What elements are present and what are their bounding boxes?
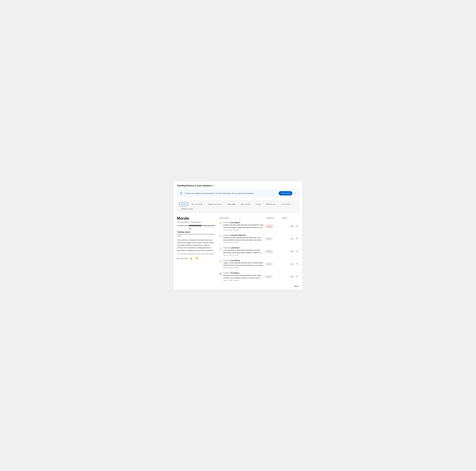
bar-positive (202, 225, 215, 226)
table-row: 🗨 Posted by Astrid Wong Lately, I've fel… (219, 258, 299, 271)
page-title: Trending themes in your audience (177, 184, 212, 187)
trending-label: Trending neutral (177, 231, 215, 233)
col-conversations-header: Conversations (219, 217, 267, 219)
tag-hacking-incident[interactable]: Hacking incident (179, 207, 195, 211)
thumbs-up-button[interactable]: 👍 (189, 257, 193, 260)
bar-negative (177, 225, 188, 226)
conv-body-4: Posted by Tim Deboer Noticing some tensi… (223, 272, 264, 281)
conv-trend-button-2[interactable] (294, 250, 299, 253)
conv-views-4: 352 (281, 276, 293, 278)
conv-sentiment-4: Neutral (265, 275, 280, 278)
next-button[interactable]: Next › (294, 285, 299, 287)
conv-date-2: June 14, 2023, 9:34 AM (223, 254, 264, 256)
table-headers: Conversations Sentiment Views ↓ (219, 216, 299, 220)
tag-data-security[interactable]: Data security (239, 202, 252, 206)
ai-disclaimer: The summary is generated by AI and may n… (177, 253, 215, 255)
thumbs-down-button[interactable]: 👎 (195, 257, 198, 260)
page-title-row: Trending themes in your audience i (177, 184, 299, 187)
conv-sentiment-1: Neutral (265, 237, 280, 240)
tag-wellness-day[interactable]: Wellness Day (264, 202, 278, 206)
ai-badge: AI-generated (177, 258, 187, 259)
tags-section: MoraleYear end resultsSupply chain issue… (177, 200, 299, 213)
conv-author-3: Posted by Astrid Wong (223, 260, 264, 261)
main-container: Trending themes in your audience i Theme… (173, 181, 303, 290)
sort-down-icon: ↓ (287, 217, 288, 219)
conv-views-3: 376 (281, 263, 293, 265)
conv-text-3: Lately, I've felt frustrated with the la… (223, 262, 264, 267)
conv-text-0: Feeling a bit down lately about the team… (223, 224, 264, 229)
conv-icon-2: 🗨 (219, 247, 222, 250)
table-row: 💬 Posted by Tim Deboer Noticing some ten… (219, 270, 299, 283)
chevron-right-icon: › (298, 285, 299, 287)
tag-ai-bugs[interactable]: AI Bugs (253, 202, 263, 206)
info-icon[interactable]: i (213, 185, 215, 187)
sentiment-badge-3: Neutral (265, 263, 273, 265)
conv-main-2: 🗨 Posted by Lydia Bauer Love seeing the … (219, 247, 264, 256)
main-content: Morale 15 conversations • 275 participan… (177, 216, 299, 287)
table-row: 🗨 Posted by Amy Nguyen Feeling a bit dow… (219, 220, 299, 233)
conv-sentiment-0: Negative (265, 225, 280, 228)
conv-main-3: 🗨 Posted by Astrid Wong Lately, I've fel… (219, 260, 264, 269)
banner-close-button[interactable]: × (294, 192, 297, 195)
conv-date-3: June 14, 2023, 9:34 AM (223, 267, 264, 269)
banner-text: Themes and sentiment are powered by AI. … (185, 192, 277, 194)
conv-main-1: 🗨 Posted by Lawrence Gilbertson Feeling … (219, 234, 264, 244)
theme-description: Your audience is sharing their feelings … (177, 239, 215, 252)
ai-footer: AI-generated 👍 👎 (177, 257, 215, 260)
tag-supply-chain[interactable]: Supply chain issues (206, 202, 224, 206)
conv-date-1: June 14, 2023, 9:34 AM (223, 242, 264, 244)
conv-icon-0: 🗨 (219, 222, 222, 225)
right-panel: Conversations Sentiment Views ↓ 🗨 Posted… (219, 216, 299, 287)
conv-date-4: June 14, 2023, 9:34 AM (223, 279, 264, 281)
sentiment-badge-2: Positive (265, 250, 273, 253)
conv-body-0: Posted by Amy Nguyen Feeling a bit down … (223, 222, 264, 231)
conv-views-2: 413 (281, 251, 293, 252)
col-views-header: Views ↓ (282, 217, 294, 219)
col-sentiment-header: Sentiment (267, 217, 282, 219)
conv-author-2: Posted by Lydia Bauer (223, 247, 264, 249)
trending-sublabel: Sentiment across conversations with this… (177, 233, 215, 237)
theme-title: Morale (177, 216, 215, 221)
conv-author-4: Posted by Tim Deboer (223, 272, 264, 274)
conv-body-2: Posted by Lydia Bauer Love seeing the po… (223, 247, 264, 256)
sentiment-badge-1: Neutral (265, 237, 273, 240)
ai-badge-label: AI-generated (179, 258, 187, 259)
conv-author-0: Posted by Amy Nguyen (223, 222, 264, 224)
conv-trend-button-0[interactable] (294, 225, 299, 227)
conv-main-0: 🗨 Posted by Amy Nguyen Feeling a bit dow… (219, 222, 264, 231)
conv-sentiment-3: Neutral (265, 263, 280, 265)
tag-year-end[interactable]: Year end results (189, 202, 205, 206)
conv-body-1: Posted by Lawrence Gilbertson Feeling a … (223, 234, 264, 244)
conv-sentiment-2: Positive (265, 250, 280, 253)
sentiment-badge-0: Negative (265, 225, 274, 228)
conv-trend-button-3[interactable] (294, 263, 299, 265)
conv-trend-button-1[interactable] (294, 238, 299, 240)
conv-views-0: 589 (281, 225, 293, 227)
sentiment-badge-4: Neutral (265, 275, 273, 278)
col-action-header (294, 217, 299, 219)
conversation-list: 🗨 Posted by Amy Nguyen Feeling a bit dow… (219, 220, 299, 283)
learn-more-button[interactable]: Learn more (279, 191, 292, 195)
neutral-indicator: ▲ (184, 227, 196, 230)
tag-ai-job-impact[interactable]: AI Job Impact (279, 202, 293, 206)
conv-date-0: June 14, 2023, 9:34 AM (223, 229, 264, 231)
table-row: 🗨 Posted by Lawrence Gilbertson Feeling … (219, 233, 299, 245)
tag-team-offsite[interactable]: Team offsite (225, 202, 238, 206)
conv-icon-4: 💬 (219, 272, 222, 275)
conv-trend-button-4[interactable] (294, 275, 299, 278)
conv-text-2: Love seeing the positive vibes spreading… (223, 249, 264, 254)
conv-body-3: Posted by Astrid Wong Lately, I've felt … (223, 260, 264, 269)
ai-bulb-icon (179, 191, 183, 195)
conv-icon-3: 🗨 (219, 260, 222, 263)
conv-text-4: Noticing some tension brewing within the… (223, 274, 264, 279)
conv-author-1: Posted by Lawrence Gilbertson (223, 234, 264, 236)
conv-views-1: 477 (281, 238, 293, 240)
tag-morale[interactable]: Morale (179, 202, 188, 206)
svg-point-0 (181, 192, 182, 193)
conv-icon-1: 🗨 (219, 235, 222, 238)
conv-main-4: 💬 Posted by Tim Deboer Noticing some ten… (219, 272, 264, 281)
bar-neutral (188, 225, 202, 226)
left-panel: Morale 15 conversations • 275 participan… (177, 216, 215, 287)
theme-stats: 15 conversations • 275 participants (177, 221, 215, 223)
pagination: Next › (219, 283, 299, 287)
